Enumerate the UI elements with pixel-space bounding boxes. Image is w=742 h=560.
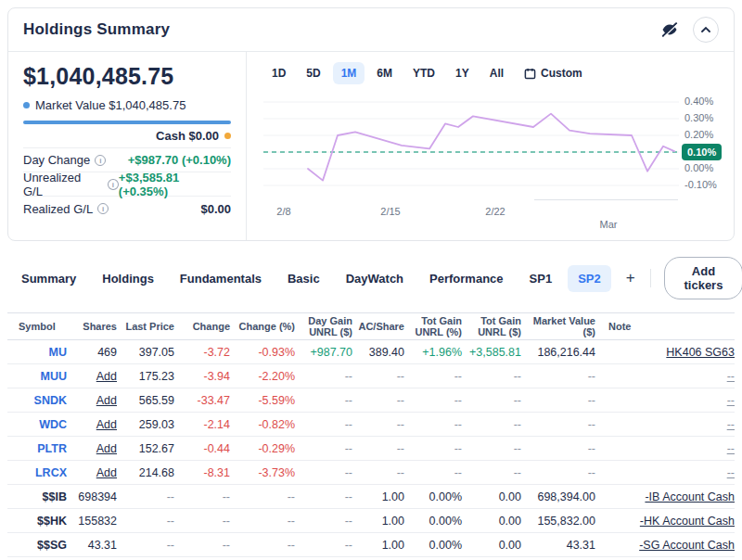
- range-button-1y[interactable]: 1Y: [447, 62, 478, 84]
- note-link[interactable]: HK406 SG63: [666, 346, 735, 359]
- value-cell: 1.00: [352, 533, 404, 557]
- note-link[interactable]: --: [727, 466, 735, 479]
- column-header[interactable]: Market Value ($): [521, 313, 595, 340]
- note-link[interactable]: --: [727, 418, 735, 431]
- note-link[interactable]: -IB Account Cash: [645, 490, 735, 503]
- chevron-up-icon: [700, 24, 711, 35]
- value-cell: --: [352, 461, 404, 485]
- tab-performance[interactable]: Performance: [419, 265, 513, 292]
- value-cell: 0.00%: [404, 533, 462, 557]
- add-tickers-button[interactable]: Add tickers: [664, 257, 742, 299]
- y-axis-tick: 0.00%: [684, 162, 713, 173]
- column-header[interactable]: Day Gain UNRL ($): [295, 313, 352, 340]
- value-cell: 0.00%: [404, 509, 462, 533]
- symbol-cell[interactable]: LRCX: [7, 461, 67, 485]
- tab-daywatch[interactable]: DayWatch: [336, 265, 414, 292]
- note-cell: -HK Account Cash: [595, 509, 735, 533]
- column-header[interactable]: Change (%): [230, 313, 295, 340]
- value-cell: --: [521, 437, 595, 461]
- collapse-button[interactable]: [693, 17, 719, 43]
- info-icon[interactable]: i: [97, 203, 109, 214]
- note-link[interactable]: --: [727, 442, 735, 455]
- value-cell: --: [295, 364, 352, 388]
- value-cell: --: [295, 485, 352, 509]
- summary-row-value: $0.00: [200, 202, 231, 216]
- add-shares-link[interactable]: Add: [67, 437, 117, 461]
- value-cell: +987.70: [295, 340, 352, 364]
- value-cell: --: [521, 364, 595, 388]
- value-cell: 155,832.00: [521, 509, 595, 533]
- y-axis-tick: 0.40%: [684, 95, 713, 107]
- value-cell: --: [352, 364, 404, 388]
- column-header[interactable]: Tot Gain UNRL ($): [462, 313, 521, 340]
- column-header[interactable]: Tot Gain UNRL (%): [404, 313, 462, 340]
- value-cell: 389.40: [352, 340, 404, 364]
- value-cell: --: [295, 413, 352, 437]
- value-cell: -0.82%: [230, 413, 295, 437]
- symbol-cell[interactable]: MUU: [7, 364, 67, 388]
- range-button-ytd[interactable]: YTD: [404, 62, 443, 84]
- value-cell: 214.68: [117, 461, 174, 485]
- eye-off-icon[interactable]: [659, 19, 680, 40]
- add-shares-link[interactable]: Add: [67, 413, 117, 437]
- tab-fundamentals[interactable]: Fundamentals: [170, 265, 272, 292]
- value-cell: --: [117, 485, 174, 509]
- value-cell: 186,216.44: [521, 340, 595, 364]
- note-link[interactable]: -HK Account Cash: [640, 515, 735, 528]
- column-header[interactable]: Note: [595, 313, 735, 340]
- chart-pane: 1D5D1M6MYTD1YAll Custom 0.40%0.30%0.20%0…: [247, 52, 734, 240]
- table-row: SNDKAdd565.59-33.47-5.59%------------: [7, 388, 735, 413]
- range-button-1m[interactable]: 1M: [333, 62, 365, 84]
- table-row: WDCAdd259.03-2.14-0.82%------------: [7, 413, 735, 437]
- value-cell: --: [174, 509, 230, 533]
- value-cell: --: [462, 364, 521, 388]
- info-icon[interactable]: i: [108, 179, 119, 190]
- tab-summary[interactable]: Summary: [11, 265, 86, 292]
- note-link[interactable]: --: [727, 394, 735, 407]
- range-button-1d[interactable]: 1D: [263, 62, 294, 84]
- tab-basic[interactable]: Basic: [277, 265, 330, 292]
- custom-range-button[interactable]: Custom: [516, 62, 591, 84]
- range-button-all[interactable]: All: [481, 62, 512, 84]
- column-header[interactable]: Change: [174, 313, 230, 340]
- value-cell: -0.44: [174, 437, 230, 461]
- value-cell: --: [521, 413, 595, 437]
- tab-sp2[interactable]: SP2: [568, 265, 611, 292]
- note-link[interactable]: -SG Account Cash: [639, 539, 735, 552]
- add-shares-link[interactable]: Add: [67, 364, 117, 388]
- tab-sp1[interactable]: SP1: [519, 265, 563, 292]
- symbol-cell[interactable]: MU: [7, 340, 67, 364]
- symbol-cell[interactable]: PLTR: [7, 437, 67, 461]
- column-header[interactable]: AC/Share: [352, 313, 404, 340]
- symbol-cell[interactable]: WDC: [7, 413, 67, 437]
- note-cell: --: [595, 437, 735, 461]
- value-cell: --: [230, 533, 295, 557]
- value-cell: --: [404, 437, 462, 461]
- column-header[interactable]: Shares: [67, 313, 117, 340]
- column-header[interactable]: Symbol: [7, 313, 67, 340]
- symbol-cell[interactable]: SNDK: [7, 388, 67, 413]
- value-cell: 1.00: [352, 509, 404, 533]
- column-header[interactable]: Last Price: [117, 313, 174, 340]
- table-row: LRCXAdd214.68-8.31-3.73%------------: [7, 461, 735, 485]
- table-row: MUUAdd175.23-3.94-2.20%------------: [7, 364, 735, 388]
- tab-holdings[interactable]: Holdings: [92, 265, 164, 292]
- range-button-6m[interactable]: 6M: [368, 62, 401, 84]
- add-tab-button[interactable]: +: [617, 267, 645, 289]
- value-cell: -3.94: [174, 364, 230, 388]
- performance-chart[interactable]: 0.40%0.30%0.20%0.10%0.00%-0.10%2/82/152/…: [263, 95, 734, 234]
- value-cell: --: [462, 461, 521, 485]
- add-shares-link[interactable]: Add: [67, 461, 117, 485]
- range-button-5d[interactable]: 5D: [298, 62, 328, 84]
- holdings-summary-card: Holdings Summary $1,040,485.75 Mark: [7, 7, 735, 241]
- info-icon[interactable]: i: [95, 155, 106, 166]
- add-shares-link[interactable]: Add: [67, 388, 117, 413]
- note-cell: --: [595, 461, 735, 485]
- cash-label: Cash $0.00: [156, 129, 219, 143]
- value-cell: --: [295, 509, 352, 533]
- page-title: Holdings Summary: [23, 20, 170, 39]
- summary-row-label: Realized G/L: [23, 202, 93, 216]
- line-chart-plot[interactable]: [263, 95, 679, 201]
- note-link[interactable]: --: [727, 370, 735, 383]
- view-tabs-bar: SummaryHoldingsFundamentalsBasicDayWatch…: [7, 262, 735, 294]
